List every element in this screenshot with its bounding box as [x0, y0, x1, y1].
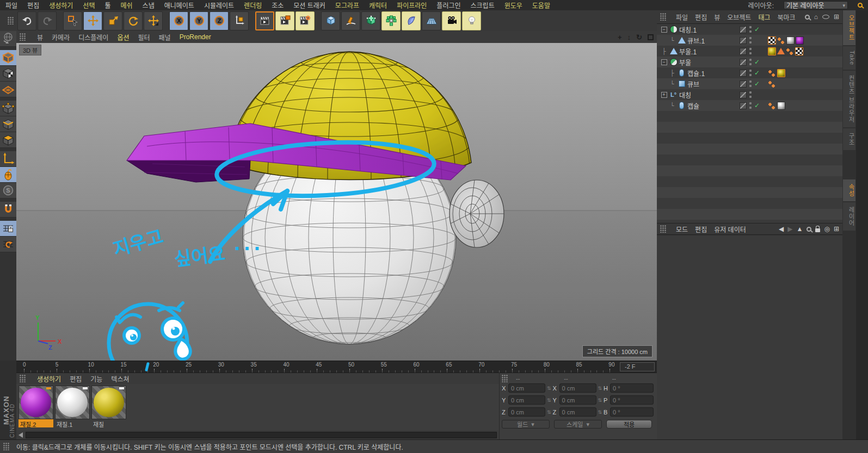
menu-sculpt[interactable]: 조소: [272, 1, 284, 10]
lock-z-axis-button[interactable]: Z: [210, 11, 229, 30]
attribute-grip[interactable]: [660, 225, 667, 233]
material-label[interactable]: 재질: [91, 419, 126, 427]
object-row-cube[interactable]: └ 큐브 ✓: [657, 78, 842, 89]
vp-menu-display[interactable]: 디스플레이: [78, 33, 108, 42]
stepper-icon[interactable]: ⇅: [598, 409, 602, 415]
vp-menu-camera[interactable]: 카메라: [52, 33, 70, 42]
coords-grip[interactable]: [502, 375, 508, 382]
target-icon[interactable]: ◎: [824, 225, 829, 233]
forward-icon[interactable]: ▶: [787, 225, 792, 233]
menu-edit[interactable]: 편집: [27, 1, 39, 10]
3d-scene[interactable]: 지우고 싶어요 ··· Y X Z 3D 뷰 그리드 간격 : 10000 cm: [16, 43, 657, 361]
tab-take[interactable]: Take: [843, 46, 855, 70]
view-label-badge[interactable]: 3D 뷰: [19, 45, 41, 55]
render-settings-button[interactable]: [296, 11, 315, 30]
spline-pen-button[interactable]: [341, 11, 360, 30]
phong-tag-icon[interactable]: [768, 80, 776, 88]
toolbar-grip[interactable]: [8, 17, 14, 24]
camera-button[interactable]: [442, 11, 461, 30]
search-icon[interactable]: [858, 3, 863, 8]
tab-layers[interactable]: 레이어: [843, 202, 855, 231]
eye-icon[interactable]: [822, 15, 829, 19]
rotate-tool-button[interactable]: [124, 11, 143, 30]
visibility-dots-icon[interactable]: [749, 58, 752, 66]
menu-character[interactable]: 캐릭터: [369, 1, 387, 10]
visibility-dots-icon[interactable]: [749, 26, 752, 33]
om-search-icon[interactable]: [805, 15, 810, 20]
menu-plugins[interactable]: 플러그인: [436, 1, 460, 10]
object-row-boole[interactable]: − 부울 ✓: [657, 57, 842, 67]
am-search-icon[interactable]: [807, 227, 811, 232]
lock-icon[interactable]: [815, 228, 820, 232]
magnet-snap-button[interactable]: [0, 202, 16, 218]
space-dropdown[interactable]: 월드▾: [502, 420, 550, 429]
apply-button[interactable]: 적용: [606, 420, 652, 429]
phong-tag-icon[interactable]: [777, 36, 785, 45]
coordinate-system-button[interactable]: [230, 11, 249, 30]
snap-toggle-button[interactable]: S: [0, 183, 16, 198]
object-manager-grip[interactable]: [660, 13, 667, 21]
pos-y-field[interactable]: [508, 395, 545, 405]
rotate-workplane-button[interactable]: [0, 237, 16, 252]
edges-mode-button[interactable]: [0, 116, 16, 132]
stepper-icon[interactable]: ⇅: [547, 386, 551, 391]
viewport-grip[interactable]: [20, 33, 26, 41]
layer-toggle-icon[interactable]: [740, 91, 747, 98]
menu-pipeline[interactable]: 파이프라인: [397, 1, 427, 10]
visibility-dots-icon[interactable]: [749, 91, 752, 98]
undo-button[interactable]: [17, 11, 36, 30]
object-row-capsule[interactable]: └ 캡슐 ✓: [657, 100, 842, 111]
zoom-view-icon[interactable]: ↕: [627, 33, 631, 41]
menu-mograph[interactable]: 모그라프: [335, 1, 359, 10]
menu-file[interactable]: 파일: [5, 1, 17, 10]
triangle-tag-icon[interactable]: [777, 48, 785, 54]
expander-icon[interactable]: −: [661, 27, 667, 33]
visibility-dots-icon[interactable]: [749, 69, 752, 77]
am-menu-edit[interactable]: 편집: [695, 225, 707, 234]
home-icon[interactable]: ⌂: [814, 13, 818, 21]
enabled-check-icon[interactable]: ✓: [754, 26, 761, 33]
menu-window[interactable]: 윈도우: [504, 1, 522, 10]
visibility-dots-icon[interactable]: [749, 102, 752, 109]
layer-toggle-icon[interactable]: [740, 26, 747, 33]
object-row-symmetry[interactable]: + L° 대칭: [657, 89, 842, 100]
render-view-button[interactable]: [255, 11, 274, 30]
menu-tools[interactable]: 툴: [104, 1, 110, 10]
menu-select[interactable]: 선택: [83, 1, 95, 10]
vp-menu-prorender[interactable]: ProRender: [180, 33, 211, 41]
om-menu-tag[interactable]: 태그: [758, 13, 770, 22]
scale-z-field[interactable]: [559, 407, 596, 417]
model-mode-button[interactable]: [0, 50, 16, 66]
lock-y-axis-button[interactable]: Y: [189, 11, 208, 30]
visibility-dots-icon[interactable]: [749, 36, 752, 44]
deformer-button[interactable]: [402, 11, 421, 30]
make-editable-button[interactable]: [0, 31, 16, 47]
menu-help[interactable]: 도움말: [532, 1, 550, 10]
rot-p-field[interactable]: [610, 395, 654, 405]
add-primitive-button[interactable]: [321, 11, 340, 30]
timeline-ruler[interactable]: 0 5 10 15 20 25 30 35 40 45 50 55 60 65 …: [16, 361, 657, 373]
light-button[interactable]: [462, 11, 481, 30]
material-purple-tag-icon[interactable]: [796, 36, 804, 45]
points-mode-button[interactable]: [0, 101, 16, 116]
material-label[interactable]: 재질.1: [55, 419, 90, 427]
om-menu-file[interactable]: 파일: [676, 13, 688, 22]
am-menu-userdata[interactable]: 유저 데이터: [714, 225, 746, 234]
visibility-dots-icon[interactable]: [749, 80, 752, 88]
workplane-mode-button[interactable]: [0, 82, 16, 97]
cloner-button[interactable]: [381, 11, 401, 30]
menu-mesh[interactable]: 메쉬: [121, 1, 133, 10]
stepper-icon[interactable]: ⇅: [547, 409, 551, 415]
back-icon[interactable]: ◀: [779, 225, 784, 233]
om-menu-object[interactable]: 오브젝트: [727, 13, 751, 22]
layer-toggle-icon[interactable]: [740, 48, 747, 55]
material-yellow-tag-icon[interactable]: [768, 47, 776, 55]
floor-environment-button[interactable]: [422, 11, 441, 30]
visibility-dots-icon[interactable]: [749, 47, 752, 55]
polygons-mode-button[interactable]: [0, 132, 16, 148]
viewport-mouse-button[interactable]: [0, 167, 16, 183]
orbit-view-icon[interactable]: ↻: [636, 33, 642, 41]
maximize-view-icon[interactable]: [648, 34, 654, 40]
mat-menu-texture[interactable]: 텍스쳐: [111, 374, 129, 383]
menu-script[interactable]: 스크립트: [471, 1, 495, 10]
